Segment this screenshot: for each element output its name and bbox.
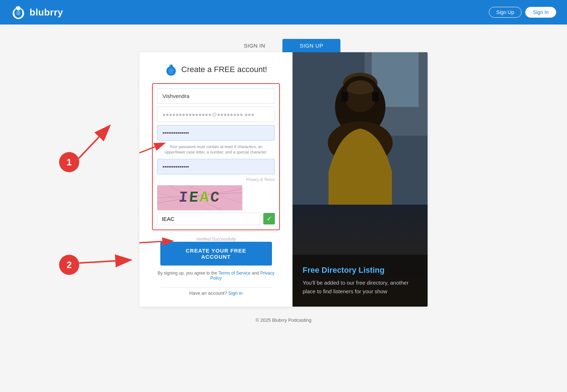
header-actions: Sign Up Sign In (489, 7, 556, 18)
right-panel-title: Free Directory Listing (303, 266, 418, 275)
site-header: blubrry Sign Up Sign In (0, 0, 567, 24)
svg-rect-23 (372, 92, 379, 102)
password-input[interactable] (157, 125, 275, 141)
captcha-input[interactable] (157, 213, 260, 225)
svg-point-3 (16, 6, 18, 9)
confirm-password-input[interactable] (157, 159, 275, 174)
captcha-section: Privacy & Terms (157, 177, 275, 225)
form-title: Create a FREE account! (181, 65, 267, 74)
form-right-panel: Free Directory Listing You'll be added t… (293, 52, 428, 307)
logo-label: blubrry (30, 7, 63, 18)
captcha-display: IEAC (178, 189, 222, 206)
logo: blubrry (11, 5, 63, 20)
signin-link[interactable]: Sign in (228, 290, 243, 296)
terms-pre: By signing up, you agree to the (158, 271, 219, 276)
form-header: Create a FREE account! (165, 63, 267, 76)
svg-point-4 (16, 10, 21, 15)
logo-icon (11, 5, 26, 20)
main-content: SIGN IN SIGN UP Create a FREE account! (0, 24, 567, 307)
svg-point-7 (169, 65, 171, 67)
have-account-text: Have an account? (189, 290, 227, 296)
divider (160, 287, 272, 288)
svg-rect-22 (341, 92, 348, 102)
terms-text: By signing up, you agree to the Terms of… (152, 271, 280, 281)
svg-point-8 (168, 68, 174, 74)
form-left-panel: Create a FREE account! Your password mus… (139, 52, 293, 307)
terms-and: and (250, 271, 260, 276)
terms-of-service-link[interactable]: Terms of Service (218, 271, 250, 276)
create-account-button[interactable]: CREATE YOUR FREE ACCOUNT (160, 242, 272, 266)
email-input[interactable] (157, 107, 275, 122)
signin-link-text: Have an account? Sign in (189, 290, 242, 296)
tab-signup[interactable]: SIGN UP (282, 39, 340, 52)
password-hint: Your password must contain at least 8 ch… (157, 143, 275, 156)
captcha-input-row: ✓ (157, 213, 275, 225)
captcha-image: IEAC (157, 185, 242, 210)
header-signup-button[interactable]: Sign Up (489, 7, 522, 18)
fields-box: Your password must contain at least 8 ch… (152, 83, 280, 230)
auth-tabs: SIGN IN SIGN UP (227, 39, 341, 52)
signup-form-card: Create a FREE account! Your password mus… (139, 52, 428, 307)
tab-signin[interactable]: SIGN IN (227, 39, 282, 52)
header-signin-button[interactable]: Sign In (525, 7, 556, 18)
right-panel-content: Free Directory Listing You'll be added t… (293, 255, 428, 307)
right-panel-description: You'll be added to our free directory, a… (303, 279, 418, 296)
verified-text: Verified Successfully (196, 237, 236, 242)
privacy-terms-label[interactable]: Privacy & Terms (157, 177, 275, 182)
name-input[interactable] (157, 88, 275, 104)
captcha-check-icon: ✓ (263, 213, 275, 224)
copyright-text: © 2025 Blubrry Podcasting (256, 317, 312, 323)
site-footer: © 2025 Blubrry Podcasting (0, 307, 567, 334)
form-header-icon (165, 63, 178, 76)
